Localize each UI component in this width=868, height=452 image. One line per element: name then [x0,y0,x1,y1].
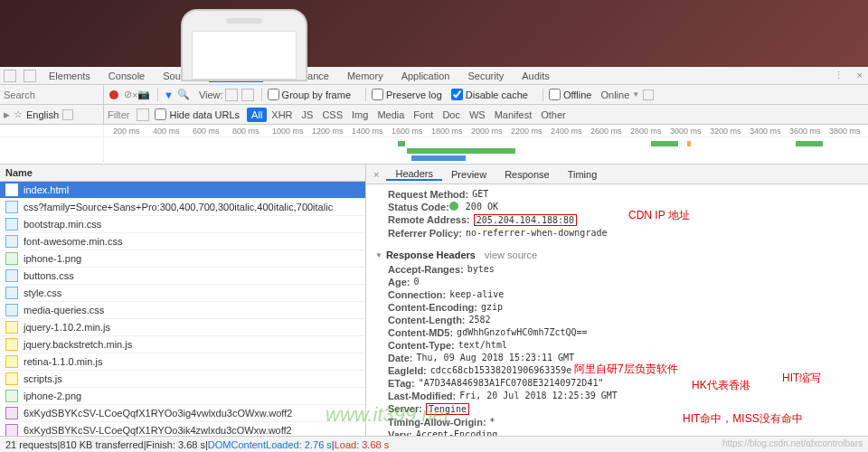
request-row[interactable]: media-queries.css [0,302,365,319]
header-value: text/html [458,340,507,351]
filter-doc[interactable]: Doc [438,108,465,122]
request-row[interactable]: iphone-1.png [0,250,365,268]
timeline-bar [411,155,466,161]
lang-box-icon[interactable] [62,109,73,120]
status-code-value: 200 OK [466,202,498,212]
header-value: Fri, 20 Jul 2018 12:25:39 GMT [459,391,618,401]
clear-button[interactable]: ⊘ [124,89,132,100]
filter-font[interactable]: Font [409,108,438,122]
header-key: Accept-Ranges: [388,264,464,275]
request-row[interactable]: jquery.backstretch.min.js [0,336,365,353]
star-icon[interactable]: ☆ [14,108,23,120]
name-column-header[interactable]: Name [0,165,365,182]
request-row[interactable]: 6xKydSBYKcSV-LCoeQqfX1RYOo3ik4zwlxdu3cOW… [0,422,365,436]
settings-icon[interactable]: ⋮ [828,70,849,80]
tab-memory[interactable]: Memory [338,71,392,81]
img-file-icon [5,390,18,402]
group-by-frame-checkbox[interactable]: Group by frame [268,89,351,100]
tab-console[interactable]: Console [99,71,154,81]
request-row[interactable]: font-awesome.min.css [0,233,365,250]
tick: 2000 ms [471,127,503,136]
offline-checkbox[interactable]: Offline [549,89,592,100]
request-row[interactable]: scripts.js [0,371,365,388]
response-headers-section[interactable]: ▼Response Headersview source [375,247,859,263]
hide-data-urls-checkbox[interactable]: Hide data URLs [155,108,240,120]
request-name: retina-1.1.0.min.js [24,356,102,367]
filter-js[interactable]: JS [297,108,318,122]
request-row[interactable]: bootstrap.min.css [0,216,365,233]
css-file-icon [5,304,18,316]
request-name: index.html [24,184,69,195]
screenshot-icon[interactable]: 📷 [137,89,150,100]
request-row[interactable]: index.html [0,182,365,199]
screenshot-background [0,0,868,67]
dropdown-icon[interactable]: ▶ [4,110,10,119]
view-source-link[interactable]: view source [485,250,537,260]
filter-media[interactable]: Media [373,108,409,122]
devtools-tabs: Elements Console Sources Network Perform… [0,67,868,85]
filter-toggle-icon[interactable]: ▼ [164,89,174,100]
inspect-icon[interactable] [4,70,16,82]
filter-ws[interactable]: WS [465,108,490,122]
device-toggle-icon[interactable] [24,70,36,82]
throttling-icon[interactable] [643,89,654,100]
close-detail-icon[interactable]: × [366,169,386,180]
view-small-icon[interactable] [241,89,254,101]
filter-xhr[interactable]: XHR [267,108,297,122]
tick: 2200 ms [511,127,542,136]
header-key: ETag: [388,378,415,389]
record-button[interactable] [109,90,118,99]
filter-css[interactable]: CSS [317,108,347,122]
view-large-icon[interactable] [225,89,238,101]
request-name: scripts.js [24,373,62,384]
request-name: jquery-1.10.2.min.js [24,322,110,333]
doc-file-icon [5,184,18,196]
timeline-bar [651,141,678,146]
close-icon[interactable]: × [852,70,868,80]
request-row[interactable]: style.css [0,285,365,302]
regex-toggle[interactable] [137,108,149,121]
request-method-value: GET [472,189,488,200]
annotation-cdn: CDN IP 地址 [628,208,690,223]
filter-input[interactable]: Filter [108,109,129,120]
request-row[interactable]: 6xKydSBYKcSV-LCoeQqfX1RYOo3ig4vwlxdu3cOW… [0,405,365,422]
request-row[interactable]: iphone-2.png [0,388,365,405]
filter-all[interactable]: All [247,108,267,122]
preserve-log-checkbox[interactable]: Preserve log [372,89,442,100]
request-name: buttons.css [24,270,74,281]
request-method-label: Request Method: [388,189,468,200]
filter-other[interactable]: Other [536,108,571,122]
filter-manifest[interactable]: Manifest [490,108,537,122]
chevron-down-icon[interactable]: ▼ [632,90,639,99]
tab-security[interactable]: Security [458,71,513,81]
tab-timing[interactable]: Timing [559,169,607,180]
view-label: View: [199,89,223,100]
tick: 3400 ms [750,127,781,136]
tab-response[interactable]: Response [495,169,559,180]
header-key: Age: [388,277,410,287]
tab-application[interactable]: Application [392,71,459,81]
tab-elements[interactable]: Elements [40,71,99,81]
search-toggle-icon[interactable]: 🔍 [177,89,190,100]
timeline-bar [398,141,405,146]
language-select[interactable]: English [26,109,59,120]
request-list[interactable]: Name index.htmlcss?family=Source+Sans+Pr… [0,165,366,436]
tick: 200 ms [113,127,140,136]
tab-audits[interactable]: Audits [513,71,559,81]
timeline[interactable]: 200 ms400 ms600 ms800 ms1000 ms1200 ms14… [0,125,868,165]
request-row[interactable]: css?family=Source+Sans+Pro:300,400,700,3… [0,199,365,216]
request-row[interactable]: jquery-1.10.2.min.js [0,319,365,336]
tick: 800 ms [232,127,259,136]
filter-img[interactable]: Img [347,108,373,122]
tab-preview[interactable]: Preview [442,169,495,180]
request-name: iphone-1.png [24,253,81,264]
referrer-policy-value: no-referrer-when-downgrade [466,228,608,239]
disable-cache-checkbox[interactable]: Disable cache [451,89,528,100]
tab-headers[interactable]: Headers [386,168,442,181]
tick: 3600 ms [789,127,821,136]
header-value: keep-alive [449,289,504,300]
online-select[interactable]: Online [600,89,629,100]
request-row[interactable]: retina-1.1.0.min.js [0,353,365,371]
annotation-hk: HK代表香港 [692,378,750,393]
request-row[interactable]: buttons.css [0,268,365,285]
